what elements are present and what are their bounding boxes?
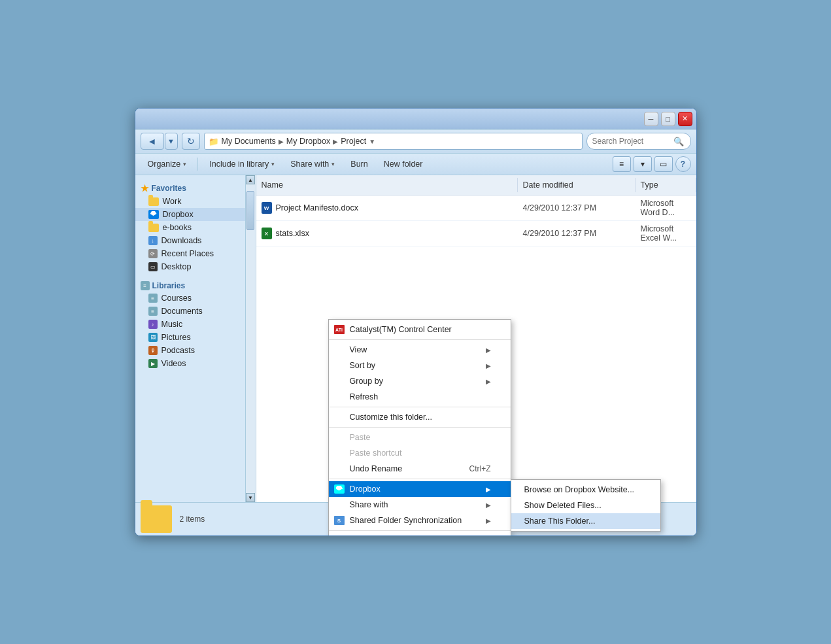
- ctx-item-customize[interactable]: Customize this folder...: [329, 409, 511, 425]
- refresh-button[interactable]: ↻: [182, 133, 200, 150]
- ctx-item-dropbox[interactable]: Dropbox ▶ Browse on Dropbox Website... S…: [329, 481, 511, 497]
- ctx-item-undo-rename[interactable]: Undo Rename Ctrl+Z: [329, 461, 511, 477]
- ctx-item-new[interactable]: New ▶: [329, 533, 511, 536]
- toolbar-right: ≡ ▾ ▭ ?: [613, 156, 691, 172]
- ctx-item-sortby[interactable]: Sort by ▶: [329, 358, 511, 373]
- submenu-item-deleted[interactable]: Show Deleted Files...: [511, 498, 660, 513]
- ctx-item-share-with[interactable]: Share with ▶: [329, 497, 511, 513]
- ctx-item-refresh[interactable]: Refresh: [329, 389, 511, 405]
- new-folder-button[interactable]: New folder: [377, 157, 430, 171]
- ctx-paste-label: Paste: [350, 433, 371, 442]
- path-separator-2: ▶: [333, 138, 338, 145]
- ctx-undo-shortcut: Ctrl+Z: [469, 464, 491, 473]
- share-with-dropdown-icon: ▾: [331, 161, 335, 167]
- context-menu: ATI Catalyst(TM) Control Center View ▶ S…: [328, 319, 511, 536]
- ctx-groupby-arrow: ▶: [486, 378, 491, 385]
- ctx-undo-label: Undo Rename: [350, 464, 403, 473]
- path-dropdown[interactable]: ▼: [369, 138, 375, 145]
- organize-dropdown-icon: ▾: [183, 161, 186, 167]
- help-button[interactable]: ?: [675, 156, 691, 172]
- ctx-item-shared-sync[interactable]: S Shared Folder Synchronization ▶: [329, 513, 511, 528]
- dropbox-submenu: Browse on Dropbox Website... Show Delete…: [511, 479, 661, 532]
- ctx-item-paste: Paste: [329, 430, 511, 445]
- ctx-share-with-label: Share with: [350, 500, 388, 509]
- toolbar: Organize ▾ Include in library ▾ Share wi…: [135, 154, 696, 175]
- ctx-dropbox-arrow: ▶: [486, 486, 491, 493]
- ctx-item-view[interactable]: View ▶: [329, 342, 511, 358]
- ctx-sep-2: [329, 407, 511, 407]
- shared-sync-icon: S: [334, 515, 345, 526]
- ctx-sep-1: [329, 339, 511, 340]
- organize-button[interactable]: Organize ▾: [141, 157, 194, 171]
- ctx-paste-shortcut-label: Paste shortcut: [350, 449, 402, 458]
- ctx-item-ati[interactable]: ATI Catalyst(TM) Control Center: [329, 322, 511, 337]
- window-controls: ─ □ ✕: [644, 112, 692, 126]
- path-separator-1: ▶: [279, 138, 284, 145]
- title-bar: ─ □ ✕: [135, 109, 696, 129]
- ctx-shared-sync-arrow: ▶: [486, 517, 491, 524]
- dropdown-button[interactable]: ▼: [165, 133, 178, 150]
- ctx-groupby-label: Group by: [350, 377, 383, 386]
- path-part-2[interactable]: My Dropbox: [286, 137, 330, 146]
- ati-icon: ATI: [334, 324, 345, 335]
- close-button[interactable]: ✕: [678, 112, 692, 126]
- view-dropdown-button[interactable]: ▾: [634, 156, 652, 172]
- submenu-item-share-folder[interactable]: Share This Folder...: [511, 513, 660, 529]
- item-count: 2 items: [180, 515, 205, 524]
- organize-label: Organize: [148, 160, 181, 169]
- path-part-3[interactable]: Project: [341, 137, 366, 146]
- ctx-customize-label: Customize this folder...: [350, 413, 432, 422]
- address-path[interactable]: 📁 My Documents ▶ My Dropbox ▶ Project ▼: [204, 133, 583, 150]
- search-icon[interactable]: 🔍: [673, 137, 684, 146]
- context-menu-overlay: ATI Catalyst(TM) Control Center View ▶ S…: [135, 175, 696, 502]
- search-input[interactable]: [592, 137, 671, 146]
- path-part-1[interactable]: My Documents: [222, 137, 276, 146]
- ctx-refresh-label: Refresh: [350, 392, 379, 401]
- include-library-label: Include in library: [209, 160, 269, 169]
- search-box[interactable]: 🔍: [586, 133, 691, 150]
- ctx-item-groupby[interactable]: Group by ▶: [329, 373, 511, 389]
- ctx-dropbox-label: Dropbox: [350, 484, 381, 494]
- burn-button[interactable]: Burn: [343, 157, 375, 171]
- folder-icon: 📁: [209, 137, 219, 146]
- submenu-item-browse[interactable]: Browse on Dropbox Website...: [511, 482, 660, 498]
- ctx-item-paste-shortcut: Paste shortcut: [329, 445, 511, 461]
- ctx-shared-sync-label: Shared Folder Synchronization: [350, 516, 462, 525]
- new-folder-label: New folder: [384, 160, 423, 169]
- ctx-ati-label: Catalyst(TM) Control Center: [350, 325, 452, 334]
- ctx-view-arrow: ▶: [486, 347, 491, 354]
- ctx-sep-5: [329, 530, 511, 531]
- ctx-sep-4: [329, 479, 511, 479]
- include-library-dropdown-icon: ▾: [271, 161, 275, 167]
- view-options-button[interactable]: ≡: [613, 156, 631, 172]
- folder-thumbnail: [141, 505, 172, 533]
- panel-toggle-button[interactable]: ▭: [654, 156, 673, 172]
- ctx-sortby-label: Sort by: [350, 361, 376, 370]
- ctx-share-with-arrow: ▶: [486, 501, 491, 509]
- ctx-sep-3: [329, 427, 511, 428]
- include-library-button[interactable]: Include in library ▾: [202, 157, 282, 171]
- address-bar: ◄ ▼ ↻ 📁 My Documents ▶ My Dropbox ▶ Proj…: [135, 129, 696, 154]
- minimize-button[interactable]: ─: [644, 112, 658, 126]
- burn-label: Burn: [350, 160, 367, 169]
- maximize-button[interactable]: □: [661, 112, 675, 126]
- share-with-button[interactable]: Share with ▾: [283, 157, 342, 171]
- dropbox-ctx-icon: [334, 484, 345, 494]
- back-button[interactable]: ◄: [141, 133, 164, 150]
- toolbar-sep-1: [197, 158, 198, 171]
- share-with-label: Share with: [290, 160, 329, 169]
- ctx-view-label: View: [350, 345, 367, 354]
- ctx-sortby-arrow: ▶: [486, 362, 491, 369]
- main-content: ★ Favorites Work Dropbox e-books: [135, 175, 696, 502]
